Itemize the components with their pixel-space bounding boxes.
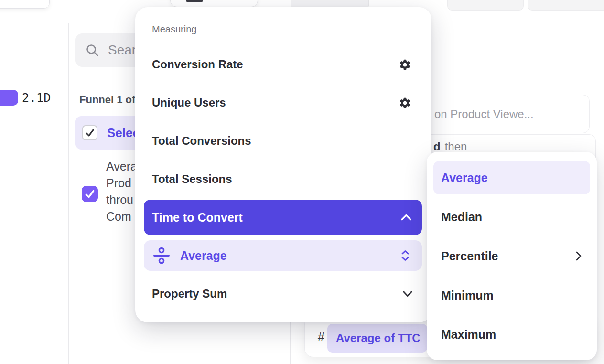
partial-card-top-left[interactable] (0, 0, 50, 9)
numeric-type-symbol: # (318, 330, 324, 344)
submenu-item-minimum[interactable]: Minimum (433, 278, 590, 312)
selected-funnel-label: Selec (107, 126, 140, 140)
aggregation-submenu-panel: Average Median Percentile Minimum Maximu… (427, 152, 597, 360)
settings-gear-icon[interactable] (399, 96, 411, 109)
checkbox-checked[interactable] (82, 125, 97, 140)
then-step-label: dthen (433, 140, 467, 153)
selected-item-label: Time to Convert (152, 211, 401, 225)
chevron-right-icon (576, 251, 582, 261)
average-aggregation-icon (153, 247, 170, 264)
submenu-item-percentile[interactable]: Percentile (433, 239, 590, 273)
left-panel-divider (68, 23, 69, 364)
menu-section-title: Measuring (152, 24, 196, 35)
submenu-item-average-selected[interactable]: Average (433, 161, 590, 194)
sort-updown-icon (401, 250, 410, 261)
series-value-label: 2.1D (22, 91, 51, 105)
funnel-count-label: Funnel 1 of (79, 94, 135, 106)
right-panel-divider (290, 321, 291, 364)
aggregation-label: Average (180, 249, 401, 263)
toolbar-segment-left-partial[interactable] (447, 0, 524, 11)
toolbar-button-partial[interactable] (170, 0, 258, 7)
submenu-item-label: Median (441, 210, 582, 224)
settings-gear-icon[interactable] (399, 58, 411, 71)
menu-item-time-to-convert-selected[interactable]: Time to Convert (144, 200, 422, 235)
menu-item-unique-users[interactable]: Unique Users (135, 84, 431, 122)
submenu-item-label: Percentile (441, 249, 576, 263)
menu-item-total-sessions[interactable]: Total Sessions (135, 160, 431, 198)
menu-item-label: Conversion Rate (152, 58, 399, 71)
menu-item-property-sum[interactable]: Property Sum (135, 276, 431, 312)
toolbar-segment-right-partial[interactable] (528, 0, 604, 11)
funnel-description: Avera Prod throu Com (106, 158, 137, 225)
menu-item-conversion-rate[interactable]: Conversion Rate (135, 45, 431, 84)
aggregation-selector-row[interactable]: Average (144, 240, 422, 271)
submenu-item-label: Maximum (441, 328, 582, 342)
chevron-down-icon (403, 291, 412, 297)
submenu-item-maximum[interactable]: Maximum (433, 318, 590, 351)
menu-item-label: Property Sum (152, 287, 403, 300)
metric-dropdown-label: Average of TTC (336, 332, 420, 345)
measuring-menu-panel: Measuring Conversion Rate Unique Users T… (135, 7, 431, 322)
checkbox-purple-checked[interactable] (82, 186, 98, 202)
menu-item-label: Total Sessions (152, 172, 411, 186)
chevron-up-icon (401, 214, 411, 221)
menu-item-label: Total Conversions (152, 134, 411, 148)
series-color-swatch (0, 90, 18, 106)
event-selector-value: on Product Viewe... (434, 107, 534, 121)
submenu-item-label: Minimum (441, 289, 582, 302)
menu-item-total-conversions[interactable]: Total Conversions (135, 122, 431, 160)
submenu-item-label: Average (441, 171, 582, 185)
search-icon (85, 43, 99, 57)
menu-item-label: Unique Users (152, 96, 399, 109)
chart-type-icon (186, 0, 203, 2)
submenu-item-median[interactable]: Median (433, 200, 590, 234)
metric-dropdown-pill[interactable]: Average of TTC (327, 324, 427, 353)
